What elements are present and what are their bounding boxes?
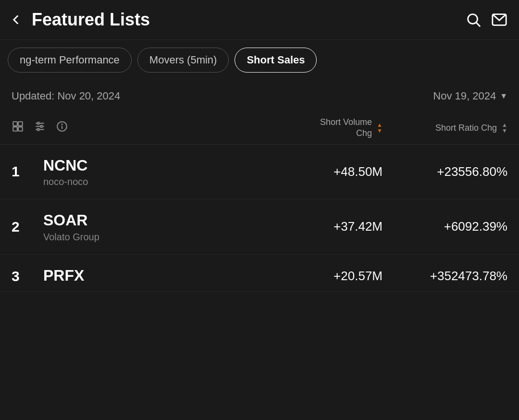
short-volume-value: +20.57M (272, 269, 383, 284)
tab-short-sales[interactable]: Short Sales (235, 48, 317, 73)
svg-point-0 (468, 14, 478, 24)
grid-view-icon[interactable] (12, 120, 24, 136)
stock-rank: 1 (12, 163, 36, 180)
table-row[interactable]: 1 NCNC noco-noco +48.50M +23556.80% (0, 145, 519, 199)
svg-rect-5 (13, 127, 17, 131)
page-title: Featured Lists (32, 10, 465, 30)
search-icon[interactable] (465, 12, 482, 28)
tab-long-term-performance[interactable]: ng-term Performance (8, 48, 132, 73)
short-volume-value: +48.50M (272, 164, 383, 179)
info-bar: Updated: Nov 20, 2024 Nov 19, 2024 ▼ (0, 80, 519, 112)
svg-line-1 (476, 23, 480, 26)
info-icon[interactable] (56, 120, 68, 136)
date-selector[interactable]: Nov 19, 2024 ▼ (433, 90, 507, 102)
column-icon-group (12, 120, 272, 136)
table-row[interactable]: 2 SOAR Volato Group +37.42M +6092.39% (0, 199, 519, 254)
tab-bar: ng-term Performance Movers (5min) Short … (0, 40, 519, 80)
chevron-down-icon: ▼ (500, 92, 507, 100)
back-button[interactable] (8, 12, 24, 28)
short-ratio-value: +352473.78% (383, 269, 507, 284)
stock-ticker: SOAR (43, 211, 272, 229)
table-row[interactable]: 3 PRFX +20.57M +352473.78% (0, 255, 519, 292)
stock-ticker: NCNC (43, 156, 272, 174)
header: Featured Lists (0, 0, 519, 40)
svg-point-10 (37, 123, 39, 124)
stock-name: Volato Group (43, 232, 272, 243)
mail-icon[interactable] (491, 12, 507, 28)
stock-info: SOAR Volato Group (36, 211, 272, 242)
right-column-headers: Short VolumeChg ▲ ▼ Short Ratio Chg ▲ ▼ (272, 117, 507, 139)
short-volume-chg-header[interactable]: Short VolumeChg ▲ ▼ (272, 117, 383, 139)
tab-movers[interactable]: Movers (5min) (137, 48, 229, 73)
stock-info: PRFX (36, 266, 272, 286)
stock-info: NCNC noco-noco (36, 156, 272, 187)
svg-point-11 (40, 125, 42, 127)
stock-list: 1 NCNC noco-noco +48.50M +23556.80% 2 SO… (0, 145, 519, 292)
stock-values: +48.50M +23556.80% (272, 164, 507, 179)
filter-sliders-icon[interactable] (34, 120, 46, 136)
stock-rank: 2 (12, 219, 36, 235)
short-volume-value: +37.42M (272, 219, 383, 234)
short-ratio-chg-label: Short Ratio Chg (435, 123, 497, 133)
short-ratio-chg-header[interactable]: Short Ratio Chg ▲ ▼ (383, 122, 507, 134)
svg-rect-4 (18, 122, 23, 126)
updated-label: Updated: Nov 20, 2024 (12, 90, 120, 102)
short-ratio-sort-icon: ▲ ▼ (502, 122, 507, 134)
stock-values: +37.42M +6092.39% (272, 219, 507, 234)
column-headers: Short VolumeChg ▲ ▼ Short Ratio Chg ▲ ▼ (0, 112, 519, 145)
stock-rank: 3 (12, 268, 36, 284)
stock-values: +20.57M +352473.78% (272, 269, 507, 284)
stock-name: noco-noco (43, 176, 272, 187)
short-volume-chg-label: Short VolumeChg (320, 117, 372, 139)
short-ratio-value: +6092.39% (383, 219, 507, 234)
svg-rect-3 (13, 122, 17, 126)
svg-rect-6 (18, 127, 23, 131)
short-ratio-value: +23556.80% (383, 164, 507, 179)
header-icons (465, 12, 507, 28)
short-volume-sort-icon: ▲ ▼ (377, 122, 383, 134)
date-selector-label: Nov 19, 2024 (433, 90, 496, 102)
stock-ticker: PRFX (43, 266, 272, 284)
svg-point-12 (37, 129, 39, 131)
